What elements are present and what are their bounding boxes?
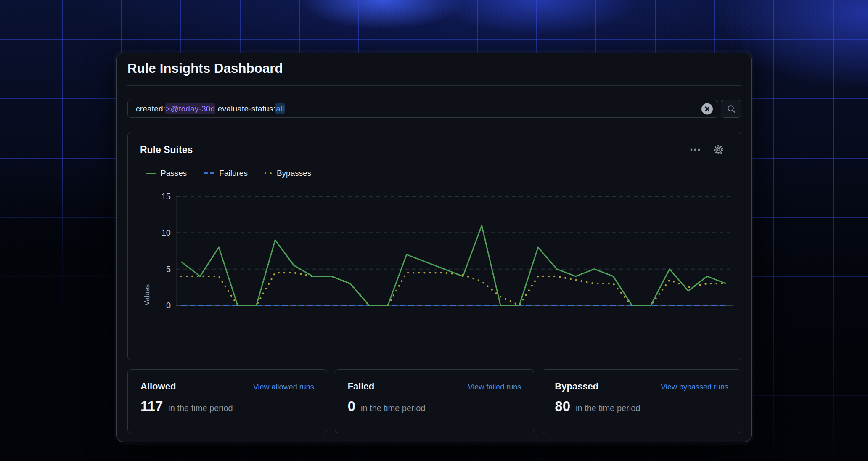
title-divider — [127, 85, 741, 86]
kebab-menu-button[interactable] — [689, 147, 701, 152]
chart-legend: Passes Failures Bypasses — [146, 169, 725, 178]
legend-label: Bypasses — [277, 169, 311, 178]
rule-suites-panel: Rule Suites — [127, 132, 741, 360]
dashboard-card: Rule Insights Dashboard created:>@today-… — [116, 53, 752, 442]
legend-label: Failures — [219, 169, 248, 178]
svg-text:5: 5 — [166, 265, 171, 274]
settings-button[interactable] — [712, 143, 725, 156]
stat-label: Failed — [348, 381, 375, 392]
rule-suites-chart: 051015 — [140, 191, 735, 318]
legend-item-failures[interactable]: Failures — [204, 169, 248, 178]
rule-suites-header: Rule Suites — [140, 143, 725, 156]
svg-text:10: 10 — [161, 228, 171, 237]
bypasses-swatch-icon — [265, 172, 272, 174]
legend-label: Passes — [161, 169, 187, 178]
legend-item-bypasses[interactable]: Bypasses — [265, 169, 311, 178]
stat-caption: in the time period — [361, 403, 425, 413]
page-title: Rule Insights Dashboard — [127, 53, 741, 77]
y-axis-label: Values — [143, 284, 151, 306]
legend-item-passes[interactable]: Passes — [146, 169, 187, 178]
panel-actions — [689, 143, 725, 156]
stat-label: Allowed — [140, 381, 176, 392]
stat-label: Bypassed — [555, 381, 598, 392]
view-failed-runs-link[interactable]: View failed runs — [468, 383, 521, 392]
view-allowed-runs-link[interactable]: View allowed runs — [253, 383, 314, 392]
stats-row: Allowed View allowed runs 117 in the tim… — [127, 369, 741, 433]
svg-text:15: 15 — [161, 192, 171, 201]
chart-area: Values 051015 — [140, 191, 735, 318]
search-input[interactable]: created:>@today-30d evaluate-status:all — [127, 100, 718, 118]
view-bypassed-runs-link[interactable]: View bypassed runs — [661, 383, 728, 392]
stat-value: 0 — [348, 398, 355, 414]
stat-value: 80 — [555, 398, 570, 414]
stat-caption: in the time period — [576, 403, 640, 413]
stat-card-bypassed: Bypassed View bypassed runs 80 in the ti… — [542, 369, 741, 433]
failures-swatch-icon — [204, 172, 214, 174]
gear-icon — [713, 144, 724, 155]
kebab-horizontal-icon — [690, 148, 701, 151]
stat-value: 117 — [140, 398, 163, 414]
stat-card-failed: Failed View failed runs 0 in the time pe… — [335, 369, 535, 433]
circle-x-icon — [704, 106, 710, 111]
magnifier-icon — [727, 104, 736, 114]
clear-search-button[interactable] — [701, 103, 713, 114]
rule-suites-title: Rule Suites — [140, 144, 193, 156]
search-button[interactable] — [721, 100, 741, 118]
stat-card-allowed: Allowed View allowed runs 117 in the tim… — [127, 369, 327, 433]
search-row: created:>@today-30d evaluate-status:all — [127, 100, 741, 118]
page: Rule Insights Dashboard created:>@today-… — [0, 0, 868, 461]
search-query: created:>@today-30d evaluate-status:all — [136, 104, 285, 114]
svg-text:0: 0 — [166, 301, 171, 310]
stat-caption: in the time period — [168, 403, 233, 413]
passes-swatch-icon — [146, 173, 156, 174]
